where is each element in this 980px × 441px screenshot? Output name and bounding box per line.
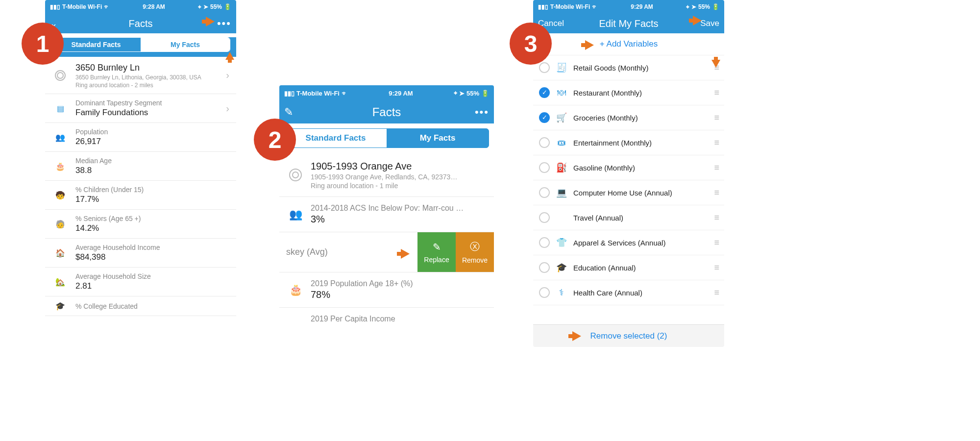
variable-name: Health Care (Annual) <box>573 289 708 297</box>
back-button[interactable]: ✎ <box>284 106 293 119</box>
screen-title: Edit My Facts <box>567 18 690 29</box>
drag-handle-icon[interactable]: ≡ <box>714 88 718 98</box>
variable-row[interactable]: ⚕Health Care (Annual)≡ <box>533 280 724 305</box>
checkbox[interactable] <box>539 287 550 298</box>
fact-row: 🧓% Seniors (Age 65 +)14.2% <box>45 210 236 239</box>
variable-icon: ⚕ <box>556 287 567 298</box>
battery-label: 55% <box>466 90 479 97</box>
variable-row[interactable]: 🎓Education (Annual)≡ <box>533 255 724 280</box>
more-button[interactable]: ••• <box>217 18 231 29</box>
pointer-arrow-icon <box>572 331 581 341</box>
more-button[interactable]: ••• <box>475 107 489 118</box>
battery-label: 55% <box>210 3 222 10</box>
fact-row: 👥 2014-2018 ACS Inc Below Pov: Marr-cou … <box>279 197 494 232</box>
drag-handle-icon[interactable]: ≡ <box>714 263 718 273</box>
variable-row[interactable]: 🎟Entertainment (Monthly)≡ <box>533 130 724 155</box>
variable-row[interactable]: ⛽Gasoline (Monthly)≡ <box>533 155 724 180</box>
compass-icon: ⌖ <box>454 89 457 97</box>
replace-label: Replace <box>424 256 449 264</box>
checkbox[interactable] <box>539 262 550 273</box>
location-ring-text: Ring around location - 2 miles <box>75 82 219 89</box>
replace-button[interactable]: ✎ Replace <box>417 232 456 272</box>
checkbox[interactable] <box>539 162 550 173</box>
carrier-label: T-Mobile Wi-Fi <box>550 3 590 10</box>
screen-title: Facts <box>79 18 202 29</box>
drag-handle-icon[interactable]: ≡ <box>714 188 718 198</box>
wifi-icon: ᯤ <box>342 90 348 97</box>
fact-row: 🎂 2019 Population Age 18+ (%) 78% <box>279 272 494 308</box>
variable-row[interactable]: 💻Computer Home Use (Annual)≡ <box>533 180 724 205</box>
drag-handle-icon[interactable]: ≡ <box>714 238 718 248</box>
fact-value: 26,917 <box>75 137 229 147</box>
checkbox[interactable] <box>539 62 550 73</box>
remove-button[interactable]: ⓧ Remove <box>456 232 494 272</box>
location-ring-icon <box>55 70 66 81</box>
variable-name: Retail Goods (Monthly) <box>573 64 708 72</box>
battery-icon: 🔋 <box>481 90 489 97</box>
senior-icon: 🧓 <box>52 220 69 229</box>
drag-handle-icon[interactable]: ≡ <box>714 288 718 298</box>
variable-row[interactable]: 👕Apparel & Services (Annual)≡ <box>533 230 724 255</box>
variable-name: Groceries (Monthly) <box>573 114 708 122</box>
add-variables-button[interactable]: + Add Variables <box>533 33 724 55</box>
fact-label: Population <box>75 128 229 136</box>
save-button[interactable]: Save <box>700 19 719 28</box>
remove-selected-label: Remove selected (2) <box>590 331 667 341</box>
location-icon: ➤ <box>459 90 465 97</box>
tab-my-facts[interactable]: My Facts <box>141 38 230 51</box>
variable-name: Restaurant (Monthly) <box>573 89 708 97</box>
fact-value: 38.8 <box>75 166 229 175</box>
remove-selected-button[interactable]: Remove selected (2) <box>533 324 724 347</box>
chevron-right-icon: › <box>226 70 229 81</box>
screen-1-standard-facts: ▮▮▯T-Mobile Wi-Fiᯤ 9:28 AM ⌖➤55%🔋 ⌄ Fact… <box>45 0 236 347</box>
drag-handle-icon[interactable]: ≡ <box>714 163 718 173</box>
variable-icon: ⛽ <box>556 162 567 173</box>
checkbox[interactable] <box>539 187 550 198</box>
facts-tab-segmented[interactable]: Standard Facts My Facts <box>284 128 489 148</box>
variable-row[interactable]: Travel (Annual)≡ <box>533 205 724 230</box>
variable-name: Gasoline (Monthly) <box>573 164 708 172</box>
house-money-icon: 🏠 <box>52 248 69 258</box>
tapestry-row[interactable]: ▤ Dominant Tapestry Segment Family Found… <box>45 94 236 123</box>
cake-icon: 🎂 <box>52 162 69 171</box>
drag-handle-icon[interactable]: ≡ <box>714 213 718 223</box>
screen-title: Facts <box>314 105 460 119</box>
chevron-right-icon: › <box>226 103 229 114</box>
drag-handle-icon[interactable]: ≡ <box>714 138 718 148</box>
tab-standard-facts[interactable]: Standard Facts <box>285 129 387 147</box>
location-ring-text: Ring around location - 1 mile <box>311 182 486 190</box>
location-icon: ➤ <box>203 3 208 10</box>
variable-row[interactable]: 🛒Groceries (Monthly)≡ <box>533 105 724 130</box>
tab-my-facts[interactable]: My Facts <box>387 129 489 147</box>
wifi-icon: ᯤ <box>104 3 110 10</box>
variable-icon: 🍽 <box>556 88 567 98</box>
screen-2-my-facts-swipe: ▮▮▯T-Mobile Wi-Fiᯤ 9:29 AM ⌖➤55%🔋 ✎ Fact… <box>279 85 494 347</box>
location-ring-icon <box>289 169 302 181</box>
checkbox[interactable] <box>539 87 550 98</box>
facts-tab-segmented[interactable]: Standard Facts My Facts <box>51 37 230 52</box>
location-row[interactable]: 1905-1993 Orange Ave 1905-1993 Orange Av… <box>279 153 494 197</box>
pointer-arrow-icon <box>401 249 410 259</box>
tab-standard-facts[interactable]: Standard Facts <box>51 38 141 51</box>
child-icon: 🧒 <box>52 191 69 200</box>
variable-row[interactable]: 🧾Retail Goods (Monthly)≡ <box>533 55 724 80</box>
checkbox[interactable] <box>539 137 550 148</box>
drag-handle-icon[interactable]: ≡ <box>714 113 718 123</box>
checkbox[interactable] <box>539 112 550 123</box>
fact-label: 2019 Per Capita Income <box>311 315 486 323</box>
signal-icon: ▮▮▯ <box>50 3 60 10</box>
variable-row[interactable]: 🍽Restaurant (Monthly)≡ <box>533 80 724 105</box>
carrier-label: T-Mobile Wi-Fi <box>296 90 340 97</box>
variable-name: Apparel & Services (Annual) <box>573 239 708 247</box>
variable-icon: 👕 <box>556 237 567 248</box>
variable-icon: 🛒 <box>556 112 567 123</box>
status-bar: ▮▮▯T-Mobile Wi-Fiᯤ 9:28 AM ⌖➤55%🔋 <box>45 0 236 14</box>
fact-row-swiped[interactable]: skey (Avg) ✎ Replace ⓧ Remove <box>279 232 494 272</box>
pointer-arrow-icon <box>206 17 215 26</box>
clock-label: 9:29 AM <box>631 3 653 10</box>
battery-icon: 🔋 <box>712 3 719 10</box>
checkbox[interactable] <box>539 212 550 223</box>
checkbox[interactable] <box>539 237 550 248</box>
location-row[interactable]: 3650 Burnley Ln 3650 Burnley Ln, Lithoni… <box>45 57 236 94</box>
location-title: 3650 Burnley Ln <box>75 63 219 73</box>
